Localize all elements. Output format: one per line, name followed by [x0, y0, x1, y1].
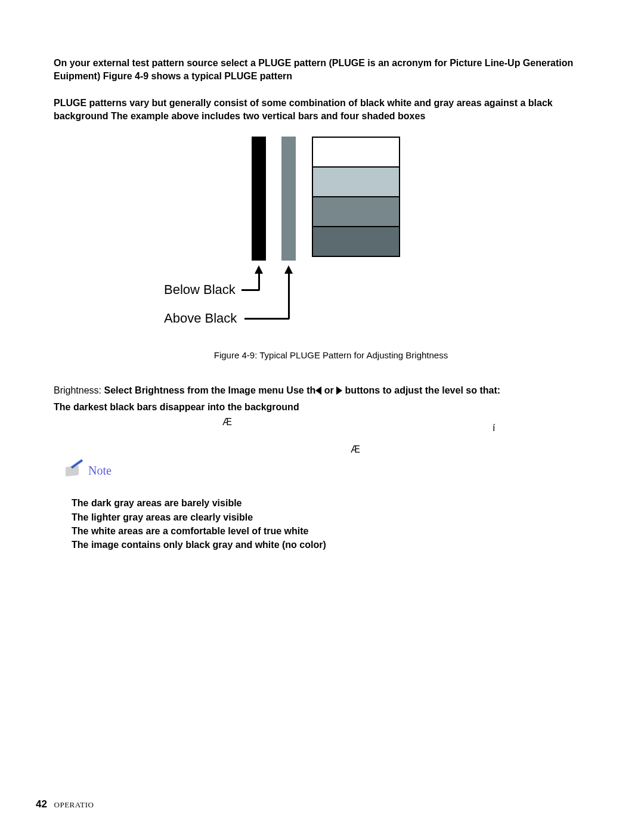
box-white: [313, 138, 399, 168]
note-block: Note: [66, 463, 608, 478]
arrow-shaft-above: [288, 272, 290, 319]
bullet-1: The dark gray areas are barely visible: [72, 496, 608, 510]
box-lightgray: [313, 168, 399, 197]
arrow-shaft-below: [258, 272, 260, 290]
stray-char-1: Æ: [222, 417, 232, 428]
note-label: Note: [88, 464, 112, 478]
triangle-left-icon: [315, 386, 321, 395]
stray-char-2: í: [493, 423, 495, 433]
figure-caption: Figure 4-9: Typical PLUGE Pattern for Ad…: [54, 350, 608, 360]
section-name: OPERATIO: [54, 800, 94, 809]
bullet-3: The white areas are a comfortable level …: [72, 524, 608, 538]
gray-bar: [281, 137, 296, 261]
arrow-connector-below: [242, 289, 259, 291]
black-bar: [252, 137, 266, 261]
pluge-figure: Below Black Above Black: [122, 137, 540, 339]
box-gray: [313, 197, 399, 227]
arrow-connector-above: [244, 318, 289, 320]
triangle-right-icon: [336, 386, 342, 395]
bullet-4: The image contains only black gray and w…: [72, 538, 608, 552]
paragraph-1: On your external test pattern source sel…: [54, 57, 608, 83]
stray-char-3: Æ: [351, 444, 360, 455]
brightness-lead: Brightness:: [54, 385, 101, 395]
brightness-line-2: The darkest black bars disappear into th…: [54, 401, 608, 414]
brightness-or: or: [321, 385, 336, 395]
brightness-instruction: Brightness: Select Brightness from the I…: [54, 384, 608, 397]
bullet-2: The lighter gray areas are clearly visib…: [72, 510, 608, 524]
brightness-text-2: buttons to adjust the level so that:: [342, 385, 500, 395]
page-number: 42: [36, 798, 47, 810]
label-below-black: Below Black: [164, 282, 236, 298]
note-icon: [66, 463, 82, 478]
shade-boxes: [312, 137, 400, 257]
box-darkgray: [313, 227, 399, 257]
label-above-black: Above Black: [164, 311, 237, 326]
page-footer: 42 OPERATIO: [36, 798, 94, 810]
paragraph-2: PLUGE patterns vary but generally consis…: [54, 97, 608, 123]
brightness-text-1: Select Brightness from the Image menu Us…: [104, 385, 316, 395]
